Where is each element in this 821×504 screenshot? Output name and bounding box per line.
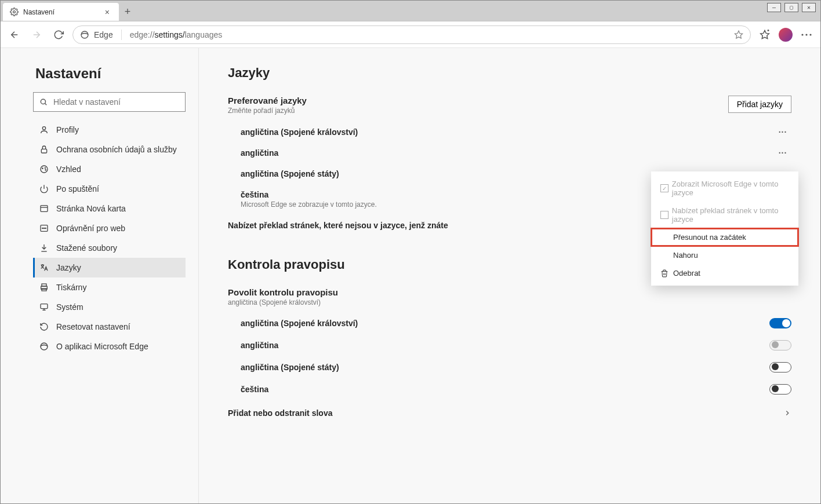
printer-icon xyxy=(39,283,49,292)
lock-icon xyxy=(39,145,49,154)
close-window-button[interactable]: ✕ xyxy=(802,3,816,12)
sidebar-item-reset[interactable]: Resetovat nastavení xyxy=(33,317,186,337)
favorite-icon[interactable] xyxy=(734,30,743,39)
sidebar-item-system[interactable]: Systém xyxy=(33,297,186,317)
system-icon xyxy=(39,302,49,312)
spell-toggle[interactable] xyxy=(769,362,791,372)
svg-point-14 xyxy=(42,168,43,169)
permissions-icon xyxy=(39,224,49,233)
tab-strip: Nastavení × + xyxy=(1,1,820,21)
chevron-right-icon xyxy=(783,409,791,417)
toolbar: Edge edge://settings/languages xyxy=(1,21,820,48)
close-tab-icon[interactable]: × xyxy=(103,8,112,17)
sidebar-item-about[interactable]: O aplikaci Microsoft Edge xyxy=(33,337,186,356)
preferred-languages-label: Preferované jazyky xyxy=(228,96,307,105)
svg-point-0 xyxy=(13,11,16,13)
browser-tab[interactable]: Nastavení × xyxy=(3,3,119,21)
svg-rect-27 xyxy=(41,304,48,309)
settings-search[interactable] xyxy=(33,92,186,112)
refresh-button[interactable] xyxy=(50,27,67,43)
sidebar-item-newtab[interactable]: Stránka Nová karta xyxy=(33,199,186,218)
ctx-move-up[interactable]: Nahoru xyxy=(651,246,798,264)
back-button[interactable] xyxy=(6,27,23,43)
main-content: Jazyky Preferované jazyky Změňte pořadí … xyxy=(199,48,820,503)
svg-point-16 xyxy=(45,170,46,170)
search-icon xyxy=(39,98,48,106)
sidebar-item-downloads[interactable]: Stažené soubory xyxy=(33,238,186,258)
minimize-button[interactable]: — xyxy=(767,3,781,12)
svg-rect-12 xyxy=(41,149,46,153)
gear-icon xyxy=(10,8,19,16)
power-icon xyxy=(39,184,49,193)
svg-point-23 xyxy=(45,228,46,228)
sidebar-item-languages[interactable]: Jazyky xyxy=(33,258,186,277)
svg-point-13 xyxy=(41,166,48,173)
language-context-menu: ✓ Zobrazit Microsoft Edge v tomto jazyce… xyxy=(651,171,798,286)
spell-lang-row: čeština xyxy=(228,378,791,400)
language-more-button[interactable]: ··· xyxy=(774,148,791,158)
svg-line-10 xyxy=(45,103,46,105)
svg-point-22 xyxy=(43,228,44,228)
favorites-button[interactable] xyxy=(757,27,773,43)
profile-avatar[interactable] xyxy=(779,28,793,42)
layout-icon xyxy=(39,204,49,213)
url-text: edge://settings/languages xyxy=(130,30,729,39)
svg-point-1 xyxy=(81,31,88,38)
svg-point-11 xyxy=(42,127,45,130)
spell-lang-row: angličtina xyxy=(228,334,791,356)
settings-search-input[interactable] xyxy=(52,97,179,107)
edge-about-icon xyxy=(39,342,49,351)
reset-icon xyxy=(39,322,49,331)
sidebar-item-site-permissions[interactable]: Oprávnění pro web xyxy=(33,218,186,238)
new-tab-button[interactable]: + xyxy=(119,3,136,21)
check-icon: ✓ xyxy=(660,184,672,192)
svg-point-7 xyxy=(805,34,807,35)
svg-point-8 xyxy=(809,34,811,35)
address-bar[interactable]: Edge edge://settings/languages xyxy=(72,25,751,44)
tab-title: Nastavení xyxy=(23,8,103,16)
download-icon xyxy=(39,243,49,253)
sidebar-item-appearance[interactable]: Vzhled xyxy=(33,159,186,179)
language-more-button[interactable]: ··· xyxy=(774,127,791,137)
svg-point-15 xyxy=(45,167,45,168)
language-icon xyxy=(39,263,49,272)
checkbox-icon xyxy=(660,211,672,219)
add-remove-words-row[interactable]: Přidat nebo odstranit slova xyxy=(228,400,791,426)
sidebar-item-printers[interactable]: Tiskárny xyxy=(33,277,186,297)
settings-title: Nastavení xyxy=(35,65,186,82)
sidebar-item-privacy[interactable]: Ochrana osobních údajů a služby xyxy=(33,140,186,159)
preferred-languages-note: Změňte pořadí jazyků xyxy=(228,107,307,115)
palette-icon xyxy=(39,165,49,174)
ctx-move-to-top[interactable]: Přesunout na začátek xyxy=(651,228,798,246)
maximize-button[interactable]: ▢ xyxy=(784,3,798,12)
spell-lang-row: angličtina (Spojené království) xyxy=(228,312,791,334)
person-icon xyxy=(39,125,49,134)
language-row: angličtina (Spojené království) ··· xyxy=(228,122,791,143)
svg-point-6 xyxy=(801,34,803,35)
spell-toggle[interactable] xyxy=(769,318,791,328)
trash-icon xyxy=(660,269,673,277)
enable-spellcheck-note: angličtina (Spojené království) xyxy=(228,298,791,306)
sidebar-item-profiles[interactable]: Profily xyxy=(33,120,186,140)
spell-toggle[interactable] xyxy=(769,384,791,395)
settings-nav: Profily Ochrana osobních údajů a služby … xyxy=(33,120,186,356)
forward-button[interactable] xyxy=(28,27,45,43)
settings-sidebar: Nastavení Profily Ochrana osobních údajů… xyxy=(1,48,199,503)
spell-toggle[interactable] xyxy=(769,340,791,350)
spell-lang-row: angličtina (Spojené státy) xyxy=(228,356,791,378)
svg-point-21 xyxy=(42,228,43,228)
ctx-display-in-language: ✓ Zobrazit Microsoft Edge v tomto jazyce xyxy=(651,175,798,202)
svg-marker-2 xyxy=(735,31,742,38)
svg-point-28 xyxy=(41,343,48,350)
ctx-remove[interactable]: Odebrat xyxy=(651,264,798,282)
sidebar-item-startup[interactable]: Po spuštění xyxy=(33,179,186,199)
menu-button[interactable] xyxy=(798,27,815,43)
site-name: Edge xyxy=(94,30,113,39)
divider xyxy=(121,30,122,40)
svg-marker-3 xyxy=(761,30,769,38)
edge-icon xyxy=(80,30,89,39)
enable-spellcheck-label: Povolit kontrolu pravopisu xyxy=(228,287,791,297)
language-row: angličtina ··· xyxy=(228,143,791,163)
svg-rect-18 xyxy=(41,206,48,212)
add-languages-button[interactable]: Přidat jazyky xyxy=(728,96,791,113)
